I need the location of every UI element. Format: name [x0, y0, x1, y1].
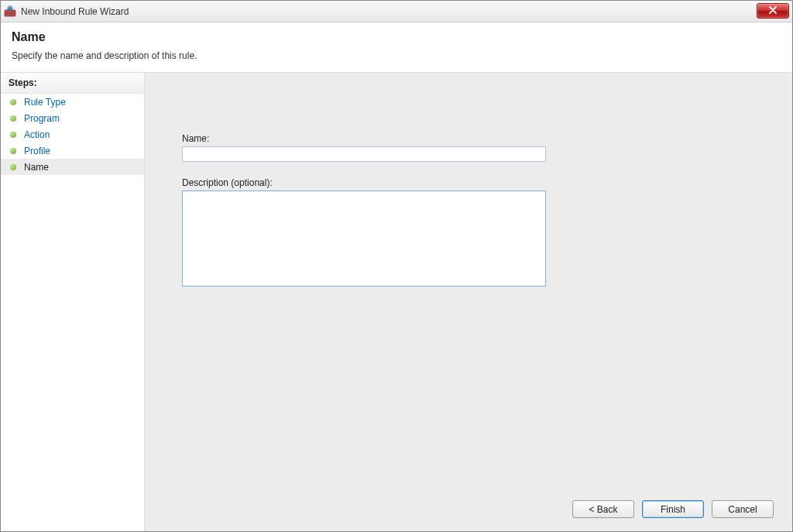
page-title: Name [12, 30, 781, 44]
cancel-button[interactable]: Cancel [712, 500, 774, 518]
step-bullet-icon [10, 99, 16, 105]
back-button[interactable]: < Back [572, 500, 634, 518]
step-label: Program [24, 113, 60, 124]
step-label: Rule Type [24, 97, 66, 108]
step-bullet-icon [10, 148, 16, 154]
wizard-buttons: < Back Finish Cancel [572, 500, 774, 518]
step-program[interactable]: Program [1, 110, 144, 126]
close-button[interactable] [757, 3, 789, 19]
steps-sidebar: Steps: Rule Type Program Action Profile … [1, 73, 145, 532]
page-subtitle: Specify the name and description of this… [12, 50, 781, 61]
step-profile[interactable]: Profile [1, 142, 144, 159]
step-rule-type[interactable]: Rule Type [1, 94, 144, 110]
name-input[interactable] [182, 146, 546, 162]
step-name[interactable]: Name [1, 159, 144, 175]
description-label: Description (optional): [182, 177, 546, 188]
firewall-icon [4, 5, 16, 18]
description-group: Description (optional): [182, 177, 546, 289]
step-label: Profile [24, 146, 50, 156]
step-action[interactable]: Action [1, 126, 144, 142]
description-input[interactable] [182, 190, 546, 287]
step-label: Name [24, 162, 49, 173]
wizard-body: Steps: Rule Type Program Action Profile … [1, 73, 792, 532]
finish-button[interactable]: Finish [642, 500, 704, 518]
titlebar: New Inbound Rule Wizard [1, 1, 792, 22]
name-group: Name: [182, 133, 546, 162]
steps-heading: Steps: [1, 73, 144, 94]
step-bullet-icon [10, 115, 16, 122]
step-bullet-icon [10, 164, 16, 170]
step-label: Action [24, 129, 50, 140]
form-area: Name: Description (optional): [182, 133, 546, 289]
step-bullet-icon [10, 132, 16, 138]
wizard-header: Name Specify the name and description of… [1, 22, 792, 73]
name-label: Name: [182, 133, 546, 144]
close-icon [769, 5, 777, 16]
content-pane: Name: Description (optional): < Back Fin… [145, 73, 792, 532]
window-title: New Inbound Rule Wizard [21, 6, 129, 17]
